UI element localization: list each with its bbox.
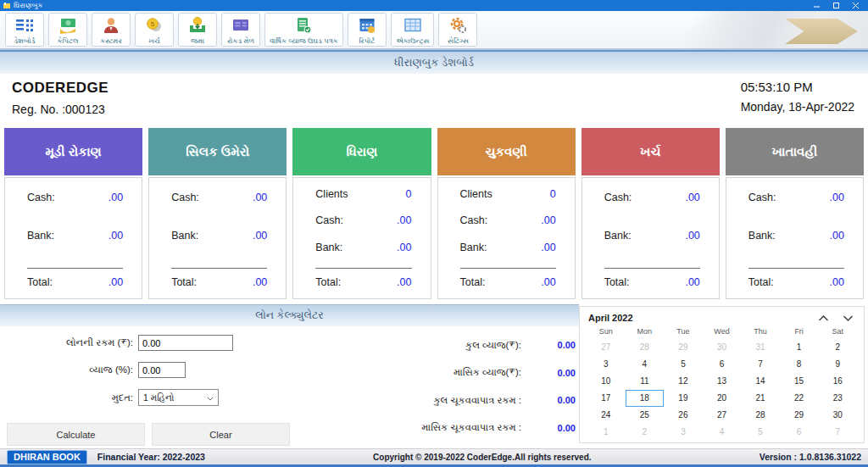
interest-rate-input[interactable] <box>138 362 186 378</box>
calendar-day[interactable]: 10 <box>587 373 626 390</box>
expense-icon: 5 <box>144 15 164 36</box>
calendar-day-selected[interactable]: 18 <box>626 390 665 407</box>
calendar-day[interactable]: 4 <box>626 356 665 373</box>
card-header[interactable]: ખર્ચ <box>581 128 720 175</box>
calendar-day[interactable]: 21 <box>741 390 780 407</box>
card-row-value: .00 <box>685 192 699 203</box>
card-row: Cash:.00 <box>27 192 123 203</box>
calendar-day[interactable]: 26 <box>664 407 703 424</box>
company-info: CODEREDGE Reg. No. :000123 05:53:10 PM M… <box>0 74 868 126</box>
card-total: Total:.00 <box>748 268 844 288</box>
term-select[interactable]: 1 મહિનો <box>138 389 219 406</box>
toolbar-button-dashboard[interactable]: ડેશબોર્ડ <box>5 13 44 47</box>
calendar-day[interactable]: 7 <box>741 356 780 373</box>
calendar-day[interactable]: 2 <box>818 339 857 356</box>
calendar-day[interactable]: 17 <box>587 390 626 407</box>
calendar-day[interactable]: 25 <box>626 407 665 424</box>
minimize-icon[interactable] <box>813 2 821 9</box>
calendar-day[interactable]: 28 <box>741 407 780 424</box>
loan-calculator-results: કુલ વ્યાજ(₹):0.00માસિક વ્યાજ(₹):0.00કુલ … <box>292 326 579 446</box>
calendar-day[interactable]: 22 <box>780 390 819 407</box>
calendar-day[interactable]: 13 <box>703 373 742 390</box>
calendar-day[interactable]: 4 <box>703 424 742 441</box>
result-row: માસિક વ્યાજ(₹):0.00 <box>292 359 579 387</box>
calendar-day-name: Wed <box>703 325 742 339</box>
calendar-day[interactable]: 12 <box>664 373 703 390</box>
calendar-day[interactable]: 30 <box>703 339 742 356</box>
app-icon <box>3 3 10 9</box>
card-header[interactable]: મૂડી રોકાણ <box>4 128 142 175</box>
card-row-label: Cash: <box>748 192 776 203</box>
prev-month-icon[interactable] <box>818 314 829 322</box>
toolbar-button-label: રોકડ મેળ <box>227 37 254 45</box>
card-header[interactable]: સિલક ઉમેરો <box>148 128 287 175</box>
card-row-label: Cash: <box>27 192 55 203</box>
calendar-day[interactable]: 28 <box>626 339 665 356</box>
calendar-day[interactable]: 24 <box>587 407 626 424</box>
page-header: ધીરાણબુક ડેશબોર્ડ <box>0 50 868 74</box>
calendar-day[interactable]: 6 <box>780 424 819 441</box>
calendar-day[interactable]: 29 <box>780 407 819 424</box>
close-icon[interactable] <box>852 2 860 9</box>
calendar-day[interactable]: 16 <box>818 373 857 390</box>
toolbar-button-cash-match[interactable]: રોકડ મેળ <box>221 13 260 47</box>
date: Monday, 18-Apr-2022 <box>741 100 854 114</box>
calendar-day[interactable]: 30 <box>818 407 857 424</box>
calendar-day-name: Tue <box>664 325 703 339</box>
card-row-label: Bank: <box>460 242 487 253</box>
toolbar-button-annual-interest-sheet[interactable]: વાર્ષિક વ્યાજ ઉઘડ પત્રક <box>264 13 343 47</box>
calendar-day[interactable]: 14 <box>741 373 780 390</box>
card-title: ધિરાણ <box>346 144 377 159</box>
loan-amount-label: લોનની રકમ (₹): <box>0 337 138 348</box>
card-header[interactable]: ખાતાવહી <box>726 128 864 175</box>
calendar-day[interactable]: 1 <box>780 339 819 356</box>
toolbar-button-settings[interactable]: સેટિંગ્સ <box>438 13 477 47</box>
accounts-icon <box>403 15 423 36</box>
card-row: Cash:.00 <box>604 192 700 203</box>
card-body: Cash:.00Bank:.00Total:.00 <box>148 177 287 299</box>
toolbar-button-capital[interactable]: કેપિટલ <box>48 13 87 47</box>
status-bar: DHIRAN BOOK Financial Year: 2022-2023 Co… <box>0 448 868 467</box>
calendar-day[interactable]: 27 <box>703 407 742 424</box>
card-row: Cash:.00 <box>460 214 556 226</box>
calendar-day[interactable]: 8 <box>780 356 819 373</box>
card-row-value: .00 <box>541 242 555 253</box>
card-total: Total:.00 <box>315 268 411 288</box>
calculate-button[interactable]: Calculate <box>7 423 145 446</box>
calendar-day[interactable]: 5 <box>741 424 780 441</box>
calendar-day[interactable]: 3 <box>587 356 626 373</box>
card-header[interactable]: ધિરાણ <box>292 128 431 175</box>
card-row: Bank:.00 <box>748 230 844 242</box>
calendar-day[interactable]: 5 <box>664 356 703 373</box>
calendar-day[interactable]: 9 <box>818 356 857 373</box>
calendar-day[interactable]: 3 <box>664 424 703 441</box>
calendar-day[interactable]: 2 <box>626 424 665 441</box>
calendar-day[interactable]: 15 <box>780 373 819 390</box>
calendar-day[interactable]: 20 <box>703 390 742 407</box>
card-row-value: .00 <box>397 242 411 253</box>
toolbar-button-accounts[interactable]: એકાઉન્ટ્સ <box>391 13 435 47</box>
next-month-icon[interactable] <box>843 314 854 322</box>
calendar-day[interactable]: 1 <box>587 424 626 441</box>
calendar-day[interactable]: 19 <box>664 390 703 407</box>
calendar-day[interactable]: 27 <box>587 339 626 356</box>
calendar-day[interactable]: 23 <box>818 390 857 407</box>
toolbar-button-report[interactable]: રિપોર્ટ <box>348 13 387 47</box>
loan-calculator-form: લોનની રકમ (₹): વ્યાજ (%): મુદત: 1 મહિનો … <box>0 326 292 446</box>
toolbar-button-label: રિપોર્ટ <box>359 37 375 45</box>
toolbar-button-customer[interactable]: કસ્ટમર <box>92 13 131 47</box>
calendar-day[interactable]: 29 <box>664 339 703 356</box>
card-header[interactable]: ચુકવણી <box>437 128 576 175</box>
calendar-day[interactable]: 31 <box>741 339 780 356</box>
loan-amount-input[interactable] <box>138 335 233 351</box>
toolbar-button-label: જમા <box>191 37 204 45</box>
copyright-text: Copyright © 2019-2022 CoderEdge.All righ… <box>215 453 749 462</box>
toolbar-button-expense[interactable]: 5ખર્ચ <box>135 13 174 47</box>
calendar-day[interactable]: 7 <box>818 424 857 441</box>
calendar-day[interactable]: 11 <box>626 373 665 390</box>
toolbar-button-deposit[interactable]: જમા <box>178 13 217 47</box>
maximize-icon[interactable] <box>832 2 840 9</box>
loan-calculator-header: લોન કેલ્ક્યુલેટર <box>0 304 579 326</box>
calendar-day[interactable]: 6 <box>703 356 742 373</box>
clear-button[interactable]: Clear <box>152 423 290 446</box>
